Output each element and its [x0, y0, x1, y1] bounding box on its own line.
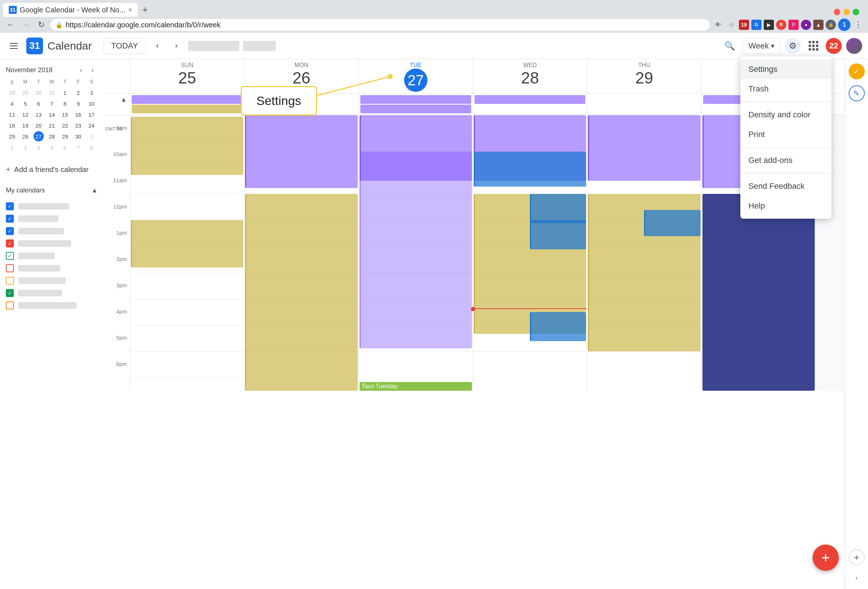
google-apps-button[interactable] [805, 38, 821, 54]
fab-create-button[interactable]: + [813, 545, 839, 571]
right-sidebar-add-button[interactable]: + [849, 549, 865, 565]
day-header-tue[interactable]: Tue 27 [359, 59, 473, 93]
menu-button[interactable] [6, 38, 22, 54]
calendar-checkbox[interactable] [6, 302, 14, 309]
settings-gear-button[interactable]: ⚙ [785, 38, 801, 54]
address-bar[interactable]: 🔒 https://calendar.google.com/calendar/b… [50, 19, 710, 31]
mini-cal-day[interactable]: 13 [34, 109, 44, 119]
event-block[interactable] [530, 220, 586, 249]
maximize-dot[interactable] [853, 9, 859, 15]
dropdown-trash-item[interactable]: Trash [740, 79, 831, 99]
all-day-sun[interactable] [130, 94, 244, 115]
taco-tuesday-event[interactable]: Taco Tuesday [360, 382, 472, 391]
calendar-checkbox[interactable]: ✓ [6, 227, 14, 235]
event-block[interactable] [703, 194, 815, 391]
ext3[interactable]: ▶ [764, 20, 774, 30]
minimize-dot[interactable] [843, 9, 850, 15]
all-day-wed[interactable] [473, 94, 587, 115]
day-col-sun[interactable] [130, 115, 244, 391]
refresh-button[interactable]: ↻ [35, 19, 47, 31]
prev-period-button[interactable]: ‹ [150, 39, 165, 53]
event-block[interactable] [360, 152, 472, 349]
calendar-checkbox[interactable]: ✓ [6, 215, 14, 223]
bookmark-icon[interactable]: ☆ [726, 19, 737, 30]
ext6[interactable]: ● [801, 20, 811, 30]
ext7[interactable]: ▲ [813, 20, 824, 30]
calendar-checkbox[interactable]: ✓ [6, 240, 14, 247]
mini-cal-day[interactable]: 4 [7, 99, 17, 109]
dropdown-addons-item[interactable]: Get add-ons [740, 150, 831, 170]
mini-cal-day[interactable]: 19 [20, 120, 30, 131]
dropdown-density-item[interactable]: Density and color [740, 105, 831, 125]
mini-cal-day-today[interactable]: 27 [34, 131, 44, 141]
mini-cal-day[interactable]: 28 [7, 87, 17, 98]
back-button[interactable]: ← [4, 19, 17, 31]
event-block[interactable] [474, 152, 586, 187]
mini-cal-day[interactable]: 16 [73, 109, 84, 119]
next-period-button[interactable]: › [169, 39, 184, 53]
mini-cal-day[interactable]: 1 [86, 131, 97, 141]
mini-cal-day[interactable]: 21 [47, 120, 57, 131]
mini-cal-day[interactable]: 8 [86, 142, 97, 152]
right-sidebar-expand-icon[interactable]: › [853, 571, 861, 585]
mini-cal-day[interactable]: 31 [47, 87, 57, 98]
day-header-sun[interactable]: Sun 25 [130, 59, 244, 93]
mini-cal-day[interactable]: 28 [47, 131, 57, 141]
dropdown-settings-item[interactable]: Settings [740, 59, 831, 79]
mini-cal-prev[interactable]: ‹ [76, 65, 86, 75]
mini-cal-day[interactable]: 26 [20, 131, 30, 141]
calendar-checkbox[interactable]: ✓ [6, 202, 14, 210]
event-block[interactable] [644, 210, 700, 236]
dropdown-help-item[interactable]: Help [740, 196, 831, 216]
right-sidebar-note-icon[interactable]: ✎ [849, 85, 865, 101]
mini-cal-day[interactable]: 24 [86, 120, 97, 131]
mini-cal-next[interactable]: › [87, 65, 98, 75]
event-block[interactable] [131, 220, 243, 268]
ext2[interactable]: G [751, 20, 762, 30]
eye-icon[interactable]: 👁 [713, 19, 723, 30]
dropdown-print-item[interactable]: Print [740, 125, 831, 144]
ext8[interactable]: 🔒 [826, 20, 836, 30]
mini-cal-day[interactable]: 14 [47, 109, 57, 119]
my-calendars-header[interactable]: My calendars ▲ [6, 184, 98, 197]
all-day-tue[interactable] [359, 94, 473, 115]
add-friend-calendar-button[interactable]: + Add a friend's calendar [6, 161, 98, 178]
mini-cal-day[interactable]: 23 [73, 120, 84, 131]
mini-cal-day[interactable]: 15 [60, 109, 70, 119]
collapse-button[interactable]: ▲ [120, 96, 127, 103]
today-button[interactable]: TODAY [103, 38, 146, 54]
mini-cal-day[interactable]: 5 [20, 99, 30, 109]
mini-cal-day[interactable]: 12 [20, 109, 30, 119]
mini-cal-day[interactable]: 3 [86, 87, 97, 98]
mini-cal-day[interactable]: 25 [7, 131, 17, 141]
event-block[interactable] [588, 115, 700, 181]
mini-cal-day[interactable]: 2 [73, 87, 84, 98]
dropdown-feedback-item[interactable]: Send Feedback [740, 177, 831, 196]
event-block[interactable] [131, 116, 243, 175]
ext1[interactable]: 19 [739, 20, 749, 30]
event-block[interactable] [530, 312, 586, 341]
mini-cal-day[interactable]: 29 [60, 131, 70, 141]
calendar-checkbox[interactable]: ✓ [6, 252, 14, 260]
mini-cal-day[interactable]: 1 [60, 87, 70, 98]
mini-cal-day[interactable]: 22 [60, 120, 70, 131]
mini-cal-day[interactable]: 29 [20, 87, 30, 98]
user-icon[interactable]: 1 [838, 19, 850, 31]
mini-cal-day[interactable]: 2 [7, 142, 17, 152]
mini-cal-day[interactable]: 7 [47, 99, 57, 109]
calendar-checkbox[interactable] [6, 277, 14, 285]
calendar-checkbox[interactable] [6, 264, 14, 272]
mini-cal-day[interactable]: 7 [73, 142, 84, 152]
day-col-mon[interactable] [244, 115, 358, 391]
mini-cal-day[interactable]: 10 [86, 99, 97, 109]
mini-cal-day[interactable]: 18 [7, 120, 17, 131]
right-sidebar-task-icon[interactable]: ✓ [849, 63, 865, 80]
mini-cal-day[interactable]: 5 [47, 142, 57, 152]
event-block[interactable] [588, 325, 700, 351]
day-col-wed[interactable] [473, 115, 587, 391]
day-header-thu[interactable]: Thu 29 [587, 59, 701, 93]
mini-cal-day[interactable]: 4 [34, 142, 44, 152]
event-block[interactable] [245, 115, 357, 188]
calendar-checkbox[interactable]: ✓ [6, 289, 14, 297]
day-col-tue[interactable]: Taco Tuesday [359, 115, 473, 391]
